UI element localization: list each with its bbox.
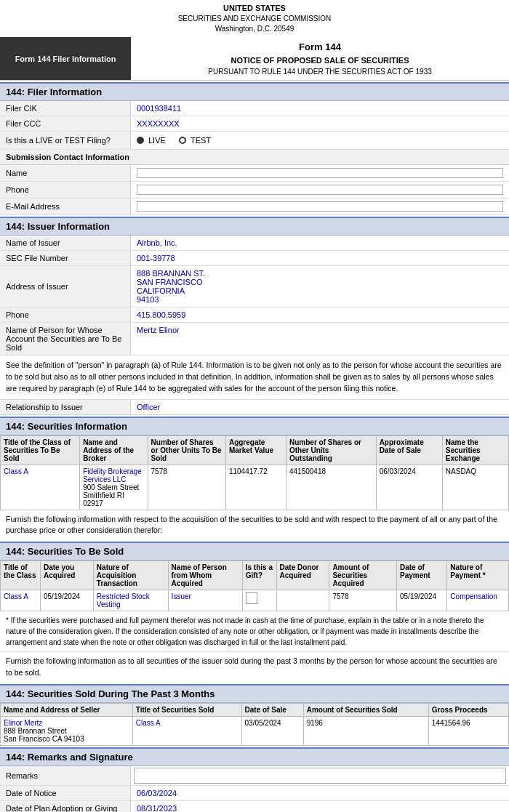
past-header-row: Name and Address of Seller Title of Secu… [1, 703, 509, 716]
test-radio-unselected [179, 137, 186, 144]
relationship-label: Relationship to Issuer [0, 400, 131, 414]
sold-col-amount: Amount of Securities Acquired [329, 561, 397, 590]
sold-class: Class A [1, 590, 41, 611]
issuer-phone-row: Phone 415.800.5959 [0, 307, 509, 323]
filer-ccc-label: Filer CCC [0, 116, 131, 131]
header-top: UNITED STATES SECURITIES AND EXCHANGE CO… [0, 0, 509, 37]
securities-sold-table: Title of the Class Date you Acquired Nat… [0, 560, 509, 611]
issuer-phone-label: Phone [0, 307, 131, 322]
sold-col-gift: Is this a Gift? [242, 561, 276, 590]
issuer-address-value: 888 BRANNAN ST. SAN FRANCISCO CALIFORNIA… [131, 266, 509, 307]
agency-title: UNITED STATES [0, 3, 509, 14]
notice-title: NOTICE OF PROPOSED SALE OF SECURITIES [135, 55, 505, 67]
plan-adoption-value: 08/31/2023 [131, 801, 509, 812]
date-notice-row: Date of Notice 06/03/2024 [0, 786, 509, 801]
past-col-amount: Amount of Securities Sold [303, 703, 428, 716]
commission-title: SECURITIES AND EXCHANGE COMMISSION [0, 14, 509, 24]
filer-cik-row: Filer CIK 0001938411 [0, 101, 509, 116]
issuer-person-value: Mertz Elinor [131, 323, 509, 355]
sold-header-row: Title of the Class Date you Acquired Nat… [1, 561, 509, 590]
filer-cik-value: 0001938411 [131, 101, 509, 116]
issuer-phone-value: 415.800.5959 [131, 307, 509, 322]
issuer-address-row: Address of Issuer 888 BRANNAN ST. SAN FR… [0, 266, 509, 307]
sec-file-row: SEC File Number 001-39778 [0, 251, 509, 266]
header-row: Form 144 Filer Information Form 144 NOTI… [0, 37, 509, 81]
si-market-value: 1104417.72 [225, 465, 286, 510]
contact-email-input[interactable] [137, 201, 503, 212]
filer-ccc-row: Filer CCC XXXXXXXX [0, 116, 509, 132]
si-col-date-sale: Approximate Date of Sale [376, 435, 442, 465]
contact-phone-input[interactable] [137, 185, 503, 195]
si-col-market: Aggregate Market Value [225, 435, 286, 465]
si-class-a: Class A [1, 465, 80, 510]
remarks-row: Remarks [0, 766, 509, 786]
sold-person: Issuer [168, 590, 242, 611]
si-broker: Fidelity Brokerage Services LLC 900 Sale… [80, 465, 148, 510]
sold-donor-date [276, 590, 329, 611]
sold-col-nature-acq: Nature of Acquisition Transaction [93, 561, 168, 590]
issuer-person-label: Name of Person for Whose Account the Sec… [0, 323, 131, 355]
table-row: Class A Fidelity Brokerage Services LLC … [1, 465, 509, 510]
si-col-broker: Name and Address of the Broker [80, 435, 148, 465]
past-col-date: Date of Sale [241, 703, 303, 716]
test-label: TEST [191, 136, 211, 145]
sec-file-label: SEC File Number [0, 251, 131, 265]
past-col-seller: Name and Address of Seller [1, 703, 133, 716]
filer-ccc-value: XXXXXXXX [131, 116, 509, 131]
past-amount: 9196 [303, 716, 428, 745]
contact-phone-value[interactable] [131, 182, 509, 198]
contact-email-value[interactable] [131, 198, 509, 214]
table-row: Elinor Mertz 888 Brannan Street San Fran… [1, 716, 509, 745]
contact-name-value[interactable] [131, 165, 509, 181]
radio-row: LIVE TEST [137, 134, 503, 146]
si-date-sale: 06/03/2024 [376, 465, 442, 510]
si-outstanding: 441500418 [286, 465, 376, 510]
header-right: Form 144 NOTICE OF PROPOSED SALE OF SECU… [131, 37, 509, 80]
footnote-text: * If the securities were purchased and f… [0, 611, 509, 652]
relationship-row: Relationship to Issuer Officer [0, 400, 509, 415]
securities-info-header-row: Title of the Class of Securities To Be S… [1, 435, 509, 465]
si-col-shares: Number of Shares or Other Units To Be So… [148, 435, 225, 465]
sold-col-person: Name of Person from Whom Acquired [168, 561, 242, 590]
past-col-title: Title of Securities Sold [132, 703, 241, 716]
table-row: Class A 05/19/2024 Restricted Stock Vest… [1, 590, 509, 611]
securities-sold-section-header: 144: Securities To Be Sold [0, 542, 509, 560]
past-title: Class A [132, 716, 241, 745]
sold-gift-checkbox [242, 590, 276, 611]
si-col-exchange: Name the Securities Exchange [442, 435, 508, 465]
remarks-section-header: 144: Remarks and Signature [0, 747, 509, 766]
date-notice-value: 06/03/2024 [131, 786, 509, 800]
notice-subtitle: PURSUANT TO RULE 144 UNDER THE SECURITIE… [135, 66, 505, 77]
issuer-name-label: Name of Issuer [0, 236, 131, 250]
issuer-name-value: Airbnb, Inc. [131, 236, 509, 250]
sold-col-class: Title of the Class [1, 561, 41, 590]
gift-checkbox[interactable] [246, 592, 257, 604]
sold-nature-acq: Restricted Stock Vesting [93, 590, 168, 611]
plan-adoption-label: Date of Plan Adoption or Giving of Instr… [0, 801, 131, 812]
filer-section-header: 144: Filer Information [0, 82, 509, 101]
live-test-value: LIVE TEST [131, 132, 509, 149]
sold-date-acquired: 05/19/2024 [41, 590, 94, 611]
sold-col-donor-date: Date Donor Acquired [276, 561, 329, 590]
sold-payment-nature: Compensation [447, 590, 509, 611]
sold-amount: 7578 [329, 590, 397, 611]
past-3months-section-header: 144: Securities Sold During The Past 3 M… [0, 684, 509, 703]
si-col-class: Title of the Class of Securities To Be S… [1, 435, 80, 465]
plan-adoption-row: Date of Plan Adoption or Giving of Instr… [0, 801, 509, 812]
issuer-person-row: Name of Person for Whose Account the Sec… [0, 323, 509, 355]
live-test-label: Is this a LIVE or TEST Filing? [0, 132, 131, 149]
contact-name-row: Name [0, 165, 509, 182]
remarks-input[interactable] [134, 768, 506, 784]
contact-name-label: Name [0, 165, 131, 181]
live-label: LIVE [148, 136, 166, 145]
live-test-row: Is this a LIVE or TEST Filing? LIVE TEST [0, 132, 509, 150]
relationship-value: Officer [131, 400, 509, 414]
issuer-name-row: Name of Issuer Airbnb, Inc. [0, 236, 509, 251]
contact-phone-row: Phone [0, 182, 509, 198]
sold-payment-date: 05/19/2024 [397, 590, 447, 611]
remarks-field-container[interactable] [131, 766, 509, 785]
sold-col-date-acq: Date you Acquired [41, 561, 94, 590]
contact-name-input[interactable] [137, 168, 503, 178]
submission-contact-label: Submission Contact Information [0, 150, 509, 165]
live-radio-selected [137, 137, 144, 144]
